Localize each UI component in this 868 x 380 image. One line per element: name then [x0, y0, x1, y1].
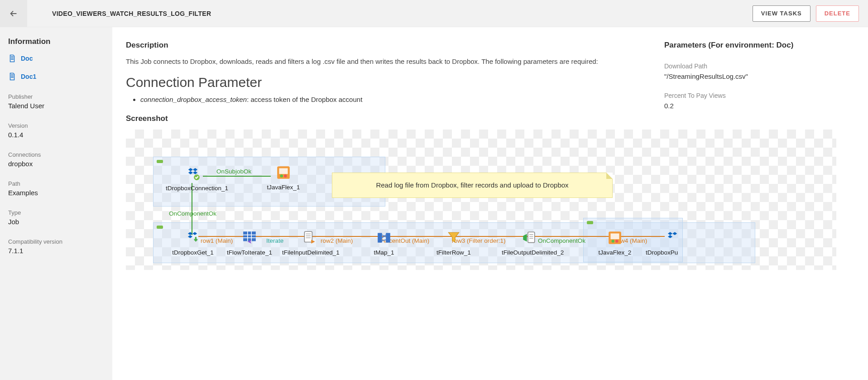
node-label: tFlowToIterate_1 [222, 249, 277, 256]
info-block-publisher: Publisher Talend User [8, 93, 104, 110]
node-filter-row[interactable]: tFilterRow_1 [427, 230, 481, 256]
param-value: 0.2 [664, 102, 854, 110]
sidebar-item-doc[interactable]: Doc [8, 54, 104, 63]
svg-rect-15 [386, 233, 390, 242]
info-value: 0.1.4 [8, 131, 104, 139]
node-label: tJavaFlex_2 [588, 249, 642, 256]
description-scroll[interactable]: This Job connects to Dropbox, downloads,… [126, 56, 646, 105]
param-block: Percent To Pay Views 0.2 [664, 92, 854, 110]
grid-icon [242, 230, 257, 245]
info-label: Version [8, 122, 104, 129]
funnel-icon [446, 230, 461, 245]
info-block-compat: Compatibility version 7.1.1 [8, 238, 104, 255]
document-icon [8, 72, 16, 81]
svg-rect-14 [378, 233, 382, 242]
param-label: Download Path [664, 63, 854, 70]
node-tmap[interactable]: tMap_1 [357, 230, 411, 256]
info-value: Talend User [8, 102, 104, 110]
arrow-left-icon [9, 9, 19, 19]
sticky-note: Read log file from Dropbox, filter recor… [332, 173, 613, 198]
subjob-collapse-icon [587, 221, 593, 224]
param-rest: : access token of the Dropbox account [247, 96, 362, 103]
delete-button[interactable]: DELETE [816, 5, 859, 22]
dropbox-upload-icon [665, 230, 681, 245]
node-flow-to-iterate[interactable]: tFlowToIterate_1 [222, 230, 277, 256]
param-label: Percent To Pay Views [664, 92, 854, 99]
tmap-icon [376, 230, 392, 245]
page-title: VIDEO_VIEWERS_WATCH_RESULTS_LOG_FILTER [52, 10, 211, 17]
parameters-heading: Parameters (For environment: Doc) [664, 41, 854, 50]
info-label: Publisher [8, 93, 104, 100]
sidebar-item-doc1[interactable]: Doc1 [8, 72, 104, 81]
svg-rect-24 [610, 233, 619, 239]
node-label: tDropboxGet_1 [166, 249, 220, 256]
view-tasks-button[interactable]: VIEW TASKS [753, 5, 810, 22]
node-file-output-delimited[interactable]: tFileOutputDelimited_2 [502, 230, 556, 256]
info-label: Path [8, 180, 104, 187]
file-in-icon [302, 230, 317, 245]
svg-rect-5 [243, 231, 256, 241]
param-value: "/StreamingResultsLog.csv" [664, 72, 854, 80]
sticky-note-text: Read log file from Dropbox, filter recor… [376, 181, 568, 189]
node-dropbox-connection[interactable]: tDropboxConnection_1 [166, 166, 220, 192]
node-label: tJavaFlex_1 [256, 184, 311, 191]
info-value: Job [8, 218, 104, 226]
sidebar-heading: Information [8, 37, 104, 46]
info-label: Type [8, 209, 104, 216]
document-icon [8, 54, 16, 63]
param-key: connection_dropbox_access_token [140, 96, 247, 103]
info-block-version: Version 0.1.4 [8, 122, 104, 139]
node-label: tFilterRow_1 [427, 249, 481, 256]
javaflex-icon [276, 165, 291, 180]
node-javaflex-2[interactable]: tJavaFlex_2 [588, 230, 642, 256]
connection-parameter-heading: Connection Parameter [126, 75, 637, 90]
job-canvas: Read log file from Dropbox, filter recor… [126, 130, 836, 270]
info-label: Compatibility version [8, 238, 104, 245]
param-block: Download Path "/StreamingResultsLog.csv" [664, 63, 854, 80]
svg-rect-10 [304, 231, 312, 242]
file-out-icon [521, 230, 537, 245]
svg-point-4 [284, 174, 287, 177]
main-area: Description This Job connects to Dropbox… [112, 27, 868, 380]
subjob-collapse-icon [157, 160, 163, 163]
node-label: tMap_1 [357, 249, 411, 256]
node-label: tDropboxConnection_1 [166, 185, 220, 192]
node-javaflex-1[interactable]: tJavaFlex_1 [256, 165, 311, 191]
info-block-connections: Connections dropbox [8, 151, 104, 168]
node-dropbox-put[interactable]: tDropboxPu [646, 230, 700, 256]
dropbox-icon [185, 166, 201, 181]
sidebar: Information Doc Doc1 Publisher Talend Us… [0, 27, 112, 380]
connection-parameter-item: connection_dropbox_access_token: access … [140, 95, 637, 105]
connector-label: OnComponentOk [169, 210, 216, 217]
connector-label: OnSubjobOk [216, 168, 251, 175]
svg-point-25 [612, 240, 614, 242]
doc-label: Doc [21, 55, 33, 62]
screenshot-heading: Screenshot [126, 114, 646, 123]
info-value: 7.1.1 [8, 247, 104, 255]
info-value: Examples [8, 189, 104, 197]
node-dropbox-get[interactable]: tDropboxGet_1 [166, 230, 220, 256]
info-block-path: Path Examples [8, 180, 104, 197]
description-heading: Description [126, 41, 646, 50]
dropbox-download-icon [185, 230, 201, 245]
svg-rect-2 [279, 168, 288, 174]
doc-label: Doc1 [21, 73, 36, 80]
subjob-collapse-icon [157, 226, 163, 229]
description-text: This Job connects to Dropbox, downloads,… [126, 56, 637, 67]
svg-rect-19 [528, 232, 535, 242]
node-label: tFileInputDelimited_1 [282, 249, 336, 256]
node-label: tFileOutputDelimited_2 [502, 249, 556, 256]
top-bar: VIDEO_VIEWERS_WATCH_RESULTS_LOG_FILTER V… [0, 0, 868, 27]
back-button[interactable] [0, 0, 27, 27]
info-label: Connections [8, 151, 104, 158]
node-file-input-delimited[interactable]: tFileInputDelimited_1 [282, 230, 336, 256]
svg-line-18 [382, 240, 386, 241]
javaflex-icon [607, 230, 623, 245]
svg-point-26 [615, 240, 618, 242]
info-value: dropbox [8, 160, 104, 168]
node-label: tDropboxPu [646, 249, 700, 256]
info-block-type: Type Job [8, 209, 104, 226]
svg-point-3 [280, 174, 283, 177]
